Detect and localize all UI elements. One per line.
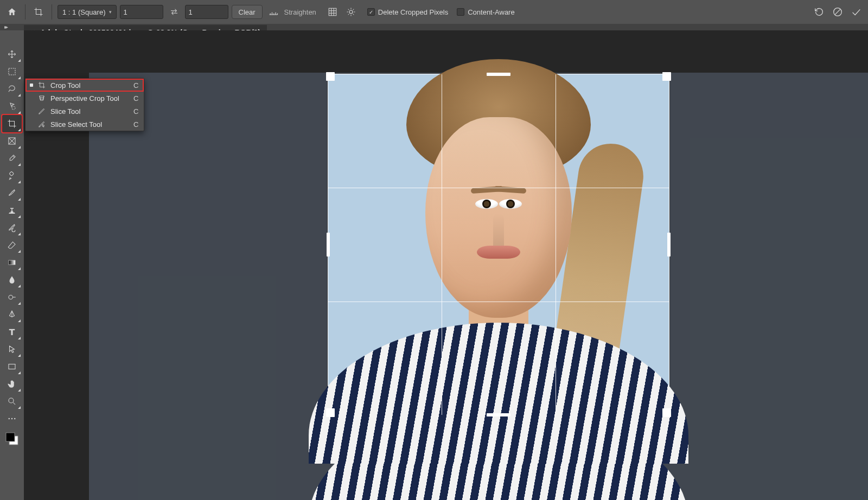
tool-crop[interactable] (2, 115, 22, 132)
tool-eraser[interactable] (2, 236, 22, 254)
checkbox-icon: ✓ (367, 8, 375, 16)
slice-select-icon (37, 120, 46, 129)
crop-tool-preset-icon[interactable] (31, 4, 46, 20)
tool-dodge[interactable] (2, 289, 22, 306)
subject-portrait (328, 74, 669, 415)
crop-handle-tl[interactable] (326, 72, 335, 81)
canvas-area[interactable] (24, 30, 868, 500)
crop-icon (37, 81, 46, 89)
slice-icon (37, 107, 46, 116)
flyout-item-perspective-crop[interactable]: Perspective Crop Tool C (25, 92, 144, 105)
document-artboard (89, 73, 868, 500)
flyout-item-shortcut: C (124, 107, 138, 116)
content-aware-checkbox[interactable]: Content-Aware (457, 8, 514, 16)
tool-quick-selection[interactable] (2, 98, 22, 115)
crop-handle-br[interactable] (662, 408, 671, 417)
crop-handle-l[interactable] (327, 233, 330, 257)
crop-height-input[interactable] (185, 5, 228, 19)
delete-cropped-checkbox[interactable]: ✓ Delete Cropped Pixels (367, 8, 448, 16)
svg-point-12 (14, 418, 15, 419)
chevron-down-icon: ▾ (109, 9, 112, 15)
commit-crop-icon[interactable] (848, 4, 864, 20)
color-swatches[interactable] (4, 431, 20, 447)
tool-gradient[interactable] (2, 254, 22, 271)
flyout-item-slice-select[interactable]: Slice Select Tool C (25, 118, 144, 131)
tool-hand[interactable] (2, 375, 22, 393)
flyout-item-shortcut: C (124, 120, 138, 129)
tool-blur[interactable] (2, 271, 22, 289)
tool-edit-toolbar[interactable] (2, 410, 22, 427)
crop-gridline (442, 74, 442, 415)
crop-handle-t[interactable] (487, 73, 510, 76)
flyout-item-crop[interactable]: Crop Tool C (25, 79, 144, 92)
overlay-grid-icon[interactable] (325, 4, 340, 20)
flyout-item-slice[interactable]: Slice Tool C (25, 105, 144, 118)
flyout-item-label: Slice Select Tool (50, 120, 119, 129)
aspect-ratio-label: 1 : 1 (Square) (62, 8, 106, 16)
crop-box[interactable] (328, 74, 669, 415)
crop-handle-r[interactable] (667, 233, 671, 257)
tool-zoom[interactable] (2, 393, 22, 410)
tool-rectangle[interactable] (2, 358, 22, 375)
tool-spot-healing[interactable] (2, 167, 22, 184)
tool-path-selection[interactable] (2, 341, 22, 358)
crop-handle-tr[interactable] (662, 72, 671, 81)
crop-gridline (328, 188, 669, 188)
tool-move[interactable] (2, 46, 22, 63)
swap-dimensions-icon[interactable] (167, 4, 182, 20)
crop-settings-icon[interactable] (343, 4, 359, 20)
crop-tool-flyout: Crop Tool C Perspective Crop Tool C Slic… (25, 78, 144, 131)
cancel-crop-icon[interactable] (830, 4, 845, 20)
svg-point-0 (349, 10, 353, 14)
tool-frame[interactable] (2, 132, 22, 150)
crop-handle-bl[interactable] (326, 408, 335, 417)
crop-width-input[interactable] (120, 5, 163, 19)
clear-button[interactable]: Clear (232, 5, 263, 19)
delete-cropped-label: Delete Cropped Pixels (378, 8, 448, 16)
flyout-item-shortcut: C (124, 94, 138, 102)
svg-point-9 (9, 398, 14, 403)
svg-rect-6 (9, 260, 15, 265)
checkbox-icon (457, 8, 464, 16)
tool-brush[interactable] (2, 184, 22, 202)
selected-indicator-icon (30, 84, 33, 87)
flyout-item-label: Perspective Crop Tool (50, 94, 119, 102)
separator (25, 4, 25, 20)
aspect-ratio-select[interactable]: 1 : 1 (Square) ▾ (58, 5, 117, 19)
crop-gridline (556, 74, 556, 415)
separator (52, 4, 52, 20)
tool-pen[interactable] (2, 306, 22, 323)
straighten-label: Straighten (284, 8, 316, 16)
crop-handle-b[interactable] (487, 413, 510, 416)
flyout-item-label: Slice Tool (50, 107, 119, 116)
svg-point-7 (9, 295, 13, 299)
svg-rect-2 (9, 68, 15, 75)
tool-clone-stamp[interactable] (2, 202, 22, 219)
flyout-item-shortcut: C (124, 81, 138, 89)
crop-gridline (328, 302, 669, 302)
svg-point-3 (12, 106, 15, 110)
svg-point-10 (9, 418, 10, 419)
svg-rect-14 (6, 433, 15, 441)
svg-rect-8 (9, 364, 15, 369)
straighten-icon[interactable] (266, 4, 281, 20)
tool-history-brush[interactable] (2, 219, 22, 236)
svg-point-11 (11, 418, 12, 419)
crop-options-bar: 1 : 1 (Square) ▾ Clear Straighten ✓ Dele… (0, 0, 868, 24)
tools-panel (0, 30, 24, 500)
tool-type[interactable] (2, 323, 22, 341)
home-icon[interactable] (4, 4, 20, 20)
reset-crop-icon[interactable] (812, 4, 827, 20)
tool-eyedropper[interactable] (2, 150, 22, 167)
svg-rect-5 (9, 171, 14, 176)
tool-rectangular-marquee[interactable] (2, 63, 22, 80)
flyout-item-label: Crop Tool (50, 81, 119, 89)
expand-panels-icon[interactable]: ▸▸ (4, 24, 7, 30)
tool-lasso[interactable] (2, 80, 22, 98)
perspective-crop-icon (37, 94, 46, 102)
content-aware-label: Content-Aware (468, 8, 514, 16)
